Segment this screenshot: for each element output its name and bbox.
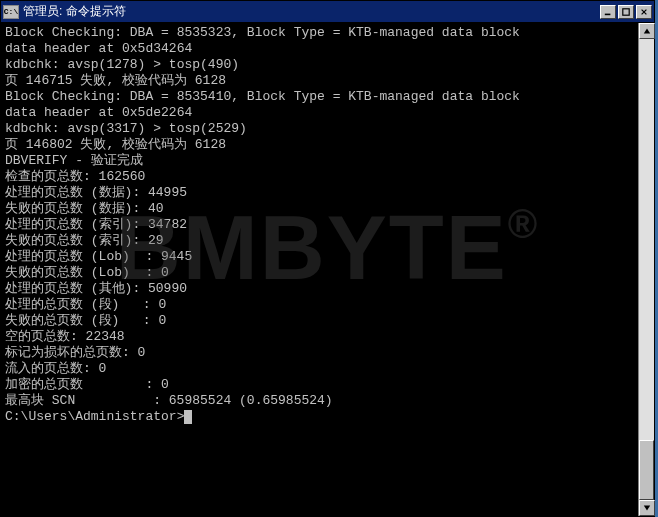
- minimize-icon: [604, 8, 612, 16]
- console-line: 处理的页总数 (索引): 34782: [5, 217, 650, 233]
- close-button[interactable]: [636, 5, 652, 19]
- console-line: 页 146715 失败, 校验代码为 6128: [5, 73, 650, 89]
- console-line: 处理的页总数 (其他): 50990: [5, 281, 650, 297]
- console-line: 处理的页总数 (Lob) : 9445: [5, 249, 650, 265]
- svg-marker-4: [644, 29, 650, 34]
- close-icon: [640, 8, 648, 16]
- titlebar[interactable]: C:\ 管理员: 命令提示符: [1, 1, 654, 23]
- console-line: 最高块 SCN : 65985524 (0.65985524): [5, 393, 650, 409]
- console-line: 页 146802 失败, 校验代码为 6128: [5, 137, 650, 153]
- console-line: 失败的页总数 (索引): 29: [5, 233, 650, 249]
- console-line: 加密的总页数 : 0: [5, 377, 650, 393]
- cursor: [184, 410, 192, 424]
- app-icon: C:\: [3, 5, 19, 19]
- console-line: 失败的页总数 (数据): 40: [5, 201, 650, 217]
- minimize-button[interactable]: [600, 5, 616, 19]
- vertical-scrollbar[interactable]: [638, 23, 654, 516]
- console-line: kdbchk: avsp(3317) > tosp(2529): [5, 121, 650, 137]
- console-line: 失败的总页数 (段) : 0: [5, 313, 650, 329]
- scroll-up-button[interactable]: [639, 23, 655, 39]
- maximize-icon: [622, 8, 630, 16]
- console-line: 流入的页总数: 0: [5, 361, 650, 377]
- console-line: 处理的页总数 (数据): 44995: [5, 185, 650, 201]
- window-controls: [600, 5, 652, 19]
- console-line: Block Checking: DBA = 8535410, Block Typ…: [5, 89, 650, 105]
- svg-rect-0: [605, 13, 611, 15]
- scroll-thumb[interactable]: [639, 440, 654, 500]
- svg-rect-1: [623, 8, 629, 14]
- console-line: 标记为损坏的总页数: 0: [5, 345, 650, 361]
- arrow-up-icon: [643, 27, 651, 35]
- scroll-track[interactable]: [639, 39, 654, 500]
- console-line: 空的页总数: 22348: [5, 329, 650, 345]
- console-line: C:\Users\Administrator>: [5, 409, 650, 425]
- console-line: data header at 0x5d34264: [5, 41, 650, 57]
- maximize-button[interactable]: [618, 5, 634, 19]
- console-line: kdbchk: avsp(1278) > tosp(490): [5, 57, 650, 73]
- arrow-down-icon: [643, 504, 651, 512]
- command-prompt-window: C:\ 管理员: 命令提示符 Block Checking: DBA = 853…: [0, 0, 655, 517]
- scroll-down-button[interactable]: [639, 500, 655, 516]
- console-line: DBVERIFY - 验证完成: [5, 153, 650, 169]
- console-output[interactable]: Block Checking: DBA = 8535323, Block Typ…: [1, 23, 654, 516]
- console-line: 失败的页总数 (Lob) : 0: [5, 265, 650, 281]
- console-line: 处理的总页数 (段) : 0: [5, 297, 650, 313]
- console-line: data header at 0x5de2264: [5, 105, 650, 121]
- console-line: Block Checking: DBA = 8535323, Block Typ…: [5, 25, 650, 41]
- window-title: 管理员: 命令提示符: [23, 3, 600, 20]
- console-line: 检查的页总数: 162560: [5, 169, 650, 185]
- svg-marker-5: [644, 506, 650, 511]
